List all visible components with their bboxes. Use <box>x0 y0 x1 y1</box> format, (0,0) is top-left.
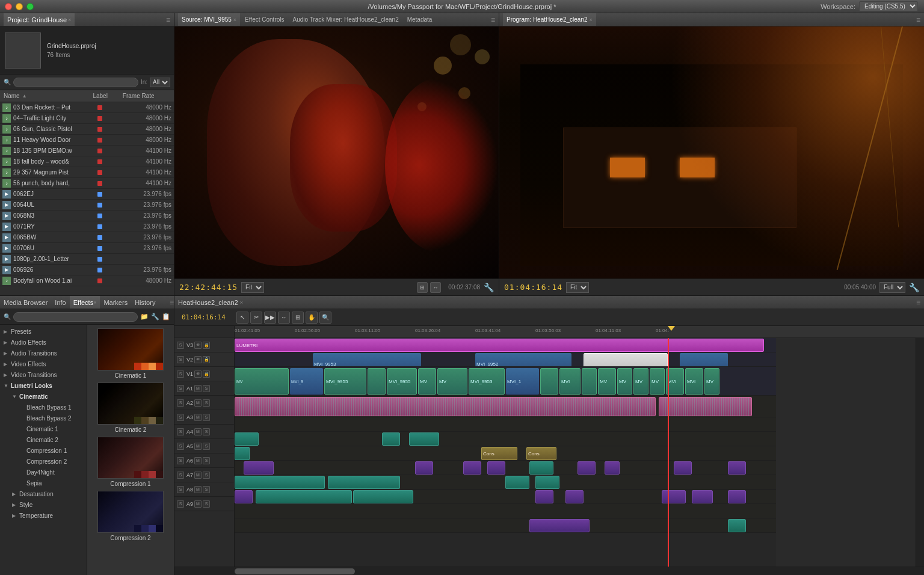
a7-clip1[interactable] <box>235 490 253 503</box>
a4-cons1[interactable]: Cons <box>481 447 517 460</box>
bleach-bypass-2[interactable]: Bleach Bypass 2 <box>0 413 87 423</box>
maximize-button[interactable] <box>26 3 34 10</box>
a8-m[interactable]: M <box>194 486 202 493</box>
file-item[interactable]: ♪04–Traffic Light City48000 Hz <box>0 113 174 124</box>
preview-cinematic2[interactable]: Cinematic 2 <box>91 383 170 433</box>
workspace-dropdown[interactable]: Editing (CS5.5) <box>859 1 918 11</box>
v1-clip5[interactable]: MVI_9955 <box>387 368 417 395</box>
zoom-tool[interactable]: 🔍 <box>319 312 331 324</box>
v1-clip1[interactable]: MV <box>235 368 289 395</box>
a5-sync[interactable]: S <box>177 443 184 450</box>
v2-eye[interactable]: 👁 <box>194 356 202 363</box>
razor-tool[interactable]: ✂ <box>250 312 262 324</box>
a5-clip9[interactable] <box>728 461 746 475</box>
v1-clip4[interactable] <box>368 368 386 395</box>
v2-sync[interactable]: S <box>177 356 184 363</box>
a6-clip4[interactable] <box>535 476 559 489</box>
a5-clip2[interactable] <box>415 461 433 475</box>
lumetri-clip[interactable]: LUMETRI <box>235 339 764 352</box>
bleach-bypass-1[interactable]: Bleach Bypass 1 <box>0 402 87 413</box>
project-search-input[interactable] <box>13 78 138 87</box>
zoom-btn[interactable]: ⊞ <box>292 312 304 324</box>
v2-clip4[interactable] <box>680 353 728 367</box>
v1-clip2[interactable]: MVI_9 <box>290 368 323 395</box>
compression-1[interactable]: Compression 1 <box>0 445 87 456</box>
v1-eye[interactable]: 👁 <box>194 371 202 378</box>
v1-clip10[interactable] <box>540 368 558 395</box>
a3-sync[interactable]: S <box>177 414 184 421</box>
a6-clip3[interactable] <box>505 476 529 489</box>
file-item[interactable]: ▶0071RY23.976 fps <box>0 221 174 232</box>
new-bin-btn[interactable]: 📁 <box>140 313 149 321</box>
markers-tab[interactable]: Markers <box>100 296 131 309</box>
a2-s[interactable]: S <box>203 399 210 407</box>
audio-transitions-item[interactable]: ▶ Audio Transitions <box>0 348 87 358</box>
a7-clip5[interactable] <box>565 490 584 503</box>
timeline-menu-btn[interactable]: ≡ <box>916 298 920 307</box>
a4-s[interactable]: S <box>203 428 210 435</box>
scroll-thumb[interactable] <box>235 568 355 574</box>
source-menu-btn[interactable]: ≡ <box>491 16 495 24</box>
a7-clip2[interactable] <box>256 490 352 503</box>
a7-m[interactable]: M <box>194 472 202 479</box>
file-item[interactable]: ▶0065BW23.976 fps <box>0 232 174 243</box>
a3-clip2[interactable] <box>382 432 400 446</box>
a7-sync[interactable]: S <box>177 472 184 479</box>
temperature[interactable]: ▶ Temperature <box>0 510 87 521</box>
file-item[interactable]: ♪18 fall body – wood&44100 Hz <box>0 156 174 167</box>
a5-clip5[interactable] <box>529 461 553 475</box>
ripple-tool[interactable]: ↔ <box>278 312 290 324</box>
source-ctrl-btn2[interactable]: ↔ <box>430 282 441 293</box>
lumetri-looks-item[interactable]: ▼ Lumetri Looks <box>0 380 87 391</box>
preview-compression2[interactable]: Compression 2 <box>91 491 170 541</box>
v2-clip2[interactable]: MVI_9952 <box>475 353 571 367</box>
a5-m[interactable]: M <box>194 443 202 450</box>
a6-m[interactable]: M <box>194 457 202 464</box>
audio-effects-item[interactable]: ▶ Audio Effects <box>0 337 87 348</box>
compression-2[interactable]: Compression 2 <box>0 456 87 467</box>
a9-clip1[interactable] <box>529 519 590 532</box>
a7-s[interactable]: S <box>203 472 210 479</box>
file-item[interactable]: ♪29 357 Magnum Pist44100 Hz <box>0 167 174 178</box>
a1-clip2[interactable] <box>659 397 752 416</box>
preview-compression1[interactable]: Compression 1 <box>91 437 170 487</box>
a5-clip1[interactable] <box>244 461 274 475</box>
a5-s[interactable]: S <box>203 443 210 450</box>
history-tab[interactable]: History <box>131 296 159 309</box>
a1-sync[interactable]: S <box>177 385 184 392</box>
a9-sync[interactable]: S <box>177 500 184 508</box>
program-wrench[interactable]: 🔧 <box>909 283 919 292</box>
v3-eye[interactable]: 👁 <box>194 342 202 349</box>
a3-clip1[interactable] <box>235 432 259 446</box>
a4-clip2[interactable] <box>235 447 250 460</box>
program-quality-select[interactable]: Full <box>879 282 905 293</box>
v2-clip3[interactable] <box>584 353 668 367</box>
timeline-tab-close[interactable]: × <box>240 300 243 306</box>
v1-clip18[interactable]: MVI <box>685 368 703 395</box>
track-select-tool[interactable]: ▶▶ <box>264 312 276 324</box>
file-item[interactable]: ♪Bodyfall on Wood 1.ai48000 Hz <box>0 275 174 286</box>
a2-sync[interactable]: S <box>177 399 184 407</box>
a6-s[interactable]: S <box>203 457 210 464</box>
in-select[interactable]: All <box>150 78 170 87</box>
a7-clip3[interactable] <box>353 490 413 503</box>
program-menu-btn[interactable]: ≡ <box>916 16 920 24</box>
day4night[interactable]: Day4Night <box>0 467 87 478</box>
metadata-tab[interactable]: Metadata <box>404 13 436 26</box>
preview-cinematic1[interactable]: Cinematic 1 <box>91 328 170 379</box>
v1-clip15[interactable]: MV <box>633 368 648 395</box>
v3-sync[interactable]: S <box>177 342 184 349</box>
a6-sync[interactable]: S <box>177 457 184 464</box>
v2-lock[interactable]: 🔒 <box>203 356 210 363</box>
file-item[interactable]: ▶1080p_2.00-1_Letter <box>0 254 174 265</box>
sepia[interactable]: Sepia <box>0 478 87 488</box>
a2-m[interactable]: M <box>194 399 202 407</box>
timeline-scrollbar-h[interactable] <box>174 567 924 575</box>
cinematic-1[interactable]: Cinematic 1 <box>0 423 87 434</box>
source-wrench[interactable]: 🔧 <box>484 283 494 292</box>
a5-clip4[interactable] <box>487 461 505 475</box>
audio-mixer-tab[interactable]: Audio Track Mixer: HeatHouse2_clean2 <box>289 13 402 26</box>
v1-sync[interactable]: S <box>177 371 184 378</box>
a1-s[interactable]: S <box>203 385 210 392</box>
effects-btn1[interactable]: 🔧 <box>151 313 159 321</box>
